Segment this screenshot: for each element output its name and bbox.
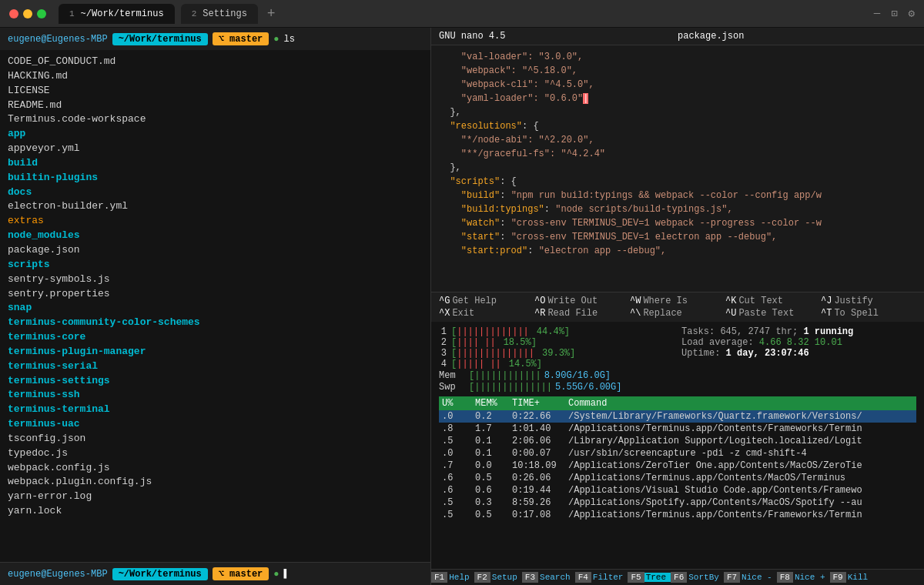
list-item: README.md	[8, 99, 423, 113]
maximize-button[interactable]	[37, 9, 46, 18]
nano-shortcuts: ^G Get Help ^O Write Out ^W Where Is ^K …	[431, 292, 924, 322]
prompt-path: ~/Work/terminus	[112, 33, 208, 45]
list-item-dir: app	[8, 127, 423, 142]
fkey-num-1: F1	[431, 572, 447, 583]
proc-mem: 0.6	[475, 485, 506, 496]
process-row[interactable]: .7 0.0 10:18.09 /Applications/ZeroTier O…	[439, 460, 916, 472]
fkey-help[interactable]: F1 Help	[431, 572, 474, 583]
fkey-tree[interactable]: F5 Tree	[628, 572, 671, 583]
prompt-user-bottom: eugene@Eugenes-MBP	[8, 569, 108, 580]
mem-label: Mem	[439, 370, 466, 381]
editor-line: },	[439, 161, 916, 175]
tab-label-settings: Settings	[203, 8, 247, 19]
nano-editor-content[interactable]: "val-loader": "3.0.0", "webpack": "^5.18…	[431, 45, 924, 292]
list-item-special: extras	[8, 214, 423, 229]
process-row[interactable]: .8 1.7 1:01.40 /Applications/Terminus.ap…	[439, 423, 916, 435]
proc-cmd: /Applications/Visual Studio Code.app/Con…	[568, 485, 913, 496]
proc-mem: 0.0	[475, 460, 506, 471]
process-row[interactable]: .5 0.1 2:06.06 /Library/Application Supp…	[439, 435, 916, 447]
settings-icon[interactable]: ⚙	[909, 7, 915, 20]
proc-mem: 0.1	[475, 448, 506, 459]
shortcut-cut-text[interactable]: ^K Cut Text	[725, 296, 808, 306]
process-row[interactable]: .6 0.5 0:26.06 /Applications/Terminus.ap…	[439, 472, 916, 484]
list-item: package.json	[8, 243, 423, 258]
proc-cpu: .5	[442, 497, 469, 508]
titlebar-icons: — ⊡ ⚙	[874, 7, 915, 20]
left-terminal-panel: eugene@Eugenes-MBP ~/Work/terminus ⌥ mas…	[0, 28, 431, 585]
list-item-dir: terminus-uac	[8, 417, 423, 432]
shortcut-key-w: ^W	[630, 296, 641, 306]
fkey-kill[interactable]: F9 Kill	[830, 572, 873, 583]
list-item-dir: snap	[8, 301, 423, 316]
proc-cpu: .5	[442, 436, 469, 446]
cpu-num-1: 1	[439, 326, 447, 337]
cursor-indicator[interactable]: ▌	[284, 569, 290, 580]
editor-line: "start:prod": "electron app --debug",	[439, 244, 916, 258]
cpu-num-3: 3	[439, 348, 447, 359]
shortcut-where-is[interactable]: ^W Where Is	[630, 296, 713, 306]
proc-cpu: .6	[442, 485, 469, 496]
minimize-button[interactable]	[23, 9, 32, 18]
editor-line: "scripts": {	[439, 175, 916, 189]
fkey-setup[interactable]: F2 Setup	[474, 572, 522, 583]
shortcut-read-file[interactable]: ^R Read File	[534, 308, 618, 319]
list-item: yarn-error.log	[8, 490, 423, 504]
shortcut-justify[interactable]: ^J Justify	[821, 296, 904, 306]
editor-line: "start": "cross-env TERMINUS_DEV=1 elect…	[439, 230, 916, 244]
tab-settings[interactable]: 2 Settings	[181, 4, 258, 24]
process-row[interactable]: .6 0.6 0:19.44 /Applications/Visual Stud…	[439, 484, 916, 496]
proc-cpu: .7	[442, 460, 469, 471]
shortcut-replace[interactable]: ^\ Replace	[630, 308, 713, 319]
list-item: webpack.plugin.config.js	[8, 475, 423, 490]
shortcut-label-replace: Replace	[643, 308, 681, 319]
process-row[interactable]: .0 0.1 0:00.07 /usr/sbin/screencapture -…	[439, 447, 916, 460]
nano-filename: package.json	[678, 31, 744, 42]
shortcut-to-spell[interactable]: ^T To Spell	[821, 308, 904, 319]
cpu-num-4: 4	[439, 359, 447, 369]
titlebar: 1 ~/Work/terminus 2 Settings + — ⊡ ⚙	[0, 0, 924, 28]
fkey-filter[interactable]: F4 Filter	[575, 572, 628, 583]
proc-time: 0:19.44	[512, 485, 562, 496]
proc-cpu: .0	[442, 448, 469, 459]
cpu-bar-2: [|||| ||	[451, 337, 496, 348]
cpu-pct-2: 18.5%]	[504, 337, 537, 348]
fkey-nice-minus[interactable]: F7 Nice -	[724, 572, 777, 583]
proc-cmd: /Applications/ZeroTier One.app/Contents/…	[568, 460, 913, 471]
editor-line: "**/graceful-fs": "^4.2.4"	[439, 147, 916, 161]
list-item-dir: terminus-ssh	[8, 388, 423, 403]
shortcut-label-write-out: Write Out	[547, 296, 598, 306]
minimize-icon[interactable]: —	[874, 7, 880, 20]
fullscreen-icon[interactable]: ⊡	[891, 7, 897, 20]
cpu-row-4: 4 [||||| || 14.5%]	[439, 359, 674, 369]
shortcut-label-exit: Exit	[452, 308, 474, 319]
list-item-dir: docs	[8, 186, 423, 200]
close-button[interactable]	[9, 9, 18, 18]
fkey-sortby[interactable]: F6 SortBy	[671, 572, 724, 583]
shortcut-get-help[interactable]: ^G Get Help	[439, 296, 522, 306]
main-content: eugene@Eugenes-MBP ~/Work/terminus ⌥ mas…	[0, 28, 924, 585]
fkey-label-search: Search	[538, 573, 575, 582]
fkey-label-sortby: SortBy	[687, 573, 724, 582]
cpu-row-1: 1 [||||||||||||| 44.4%]	[439, 326, 674, 337]
shortcut-write-out[interactable]: ^O Write Out	[534, 296, 618, 306]
tasks-label: Tasks: 645, 2747 thr;	[681, 326, 803, 337]
cpu-row-3: 3 [|||||||||||||| 39.3%]	[439, 348, 674, 359]
proc-time: 8:59.26	[512, 497, 562, 508]
proc-cmd: /Applications/Terminus.app/Contents/Fram…	[568, 423, 913, 434]
mem-bar: [||||||||||||	[469, 370, 541, 381]
process-row[interactable]: .5 0.5 0:17.08 /Applications/Terminus.ap…	[439, 509, 916, 521]
tab-terminus[interactable]: 1 ~/Work/terminus	[59, 4, 175, 24]
fkey-nice-plus[interactable]: F8 Nice +	[777, 572, 830, 583]
shortcut-label-paste-text: Paste Text	[738, 308, 794, 319]
shortcut-exit[interactable]: ^X Exit	[439, 308, 522, 319]
proc-mem: 1.7	[475, 423, 506, 434]
process-row-selected[interactable]: .0 0.2 0:22.66 /System/Library/Framework…	[439, 410, 916, 423]
editor-line: "webpack-cli": "^4.5.0",	[439, 78, 916, 92]
process-row[interactable]: .5 0.3 8:59.26 /Applications/Spotify.app…	[439, 496, 916, 509]
proc-cmd: /usr/sbin/screencapture -pdi -z cmd-shif…	[568, 448, 913, 459]
cpu-pct-4: 14.5%]	[509, 359, 542, 369]
shortcut-paste-text[interactable]: ^U Paste Text	[725, 308, 808, 319]
fkey-search[interactable]: F3 Search	[522, 572, 575, 583]
new-tab-button[interactable]: +	[267, 6, 276, 22]
editor-line: "yaml-loader": "0.6.0"|	[439, 92, 916, 105]
